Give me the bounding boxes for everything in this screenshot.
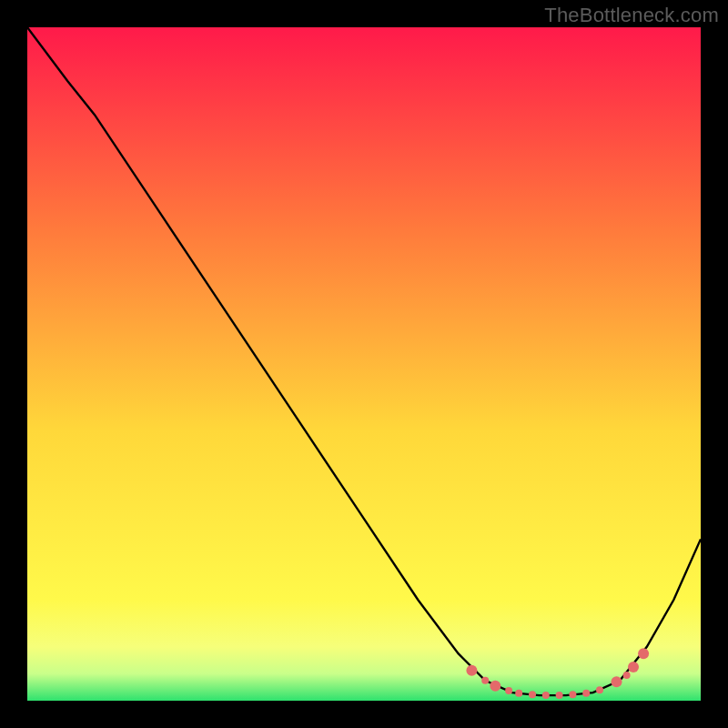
- bottom-dot: [638, 648, 649, 659]
- bottom-dot: [466, 665, 477, 676]
- bottom-dot: [515, 690, 522, 697]
- bottom-dot: [505, 687, 512, 694]
- chart-plot-area: [27, 27, 701, 701]
- chart-background: [27, 27, 701, 701]
- bottom-dot: [556, 692, 563, 699]
- chart-svg: [27, 27, 701, 701]
- bottom-dot: [569, 691, 576, 698]
- bottom-dot: [542, 692, 550, 699]
- bottom-dot: [596, 686, 603, 693]
- bottom-dot: [628, 662, 639, 672]
- bottom-dot: [529, 691, 536, 698]
- bottom-dot: [623, 672, 631, 679]
- watermark-text: TheBottleneck.com: [544, 4, 719, 27]
- bottom-dot: [490, 681, 500, 692]
- bottom-dot: [582, 690, 590, 697]
- bottom-dot: [481, 677, 489, 684]
- bottom-dot: [612, 676, 622, 687]
